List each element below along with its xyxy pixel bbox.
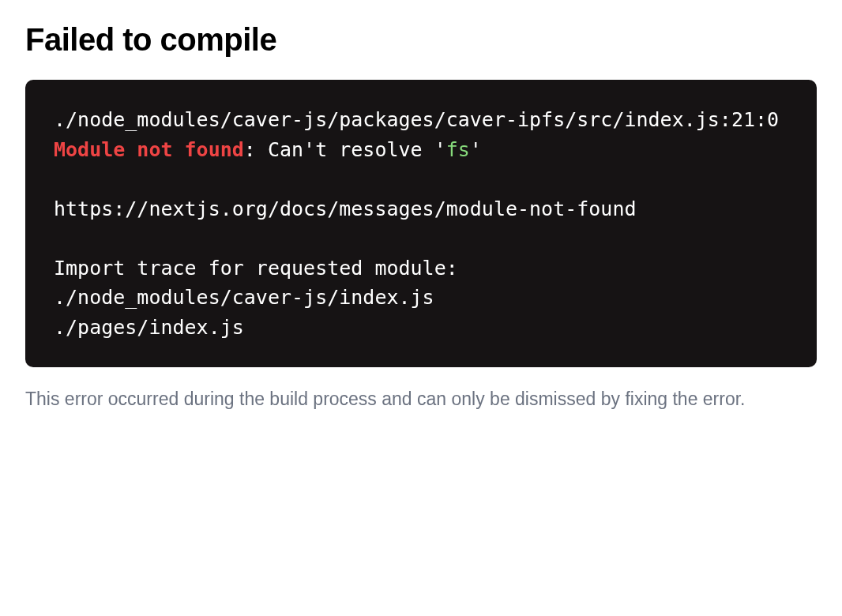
import-trace-header: Import trace for requested module: bbox=[54, 257, 458, 280]
error-file-location: ./node_modules/caver-js/packages/caver-i… bbox=[54, 108, 779, 131]
import-trace-line: ./node_modules/caver-js/index.js bbox=[54, 286, 434, 309]
error-title: Failed to compile bbox=[25, 22, 817, 58]
error-module-name: fs bbox=[446, 138, 470, 161]
import-trace-line: ./pages/index.js bbox=[54, 316, 244, 339]
error-message-suffix: ' bbox=[470, 138, 482, 161]
error-footer-note: This error occurred during the build pro… bbox=[25, 385, 817, 415]
error-message-prefix: : Can't resolve ' bbox=[244, 138, 446, 161]
error-code-block: ./node_modules/caver-js/packages/caver-i… bbox=[25, 80, 817, 367]
error-docs-url: https://nextjs.org/docs/messages/module-… bbox=[54, 197, 637, 220]
error-label: Module not found bbox=[54, 138, 244, 161]
